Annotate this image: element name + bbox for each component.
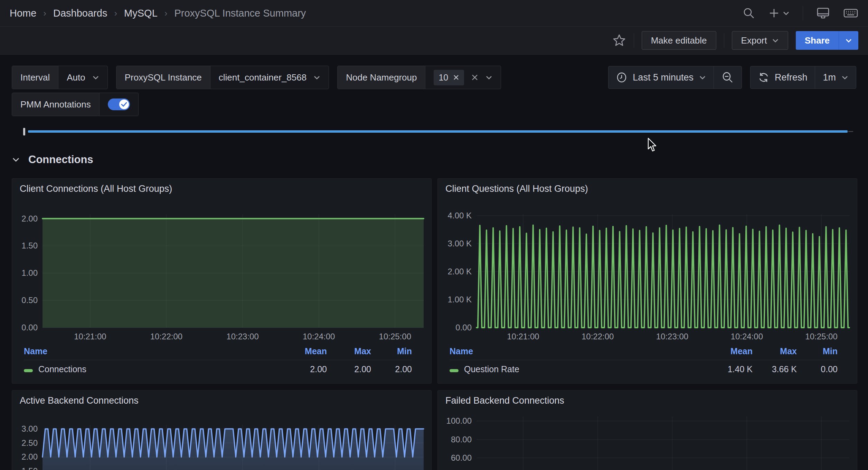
time-range-picker[interactable]: Last 5 minutes	[608, 66, 714, 88]
share-button[interactable]: Share	[796, 31, 839, 50]
legend-col-name[interactable]: Name	[24, 346, 275, 356]
variables-row: Interval Auto ProxySQL Instance client_c…	[12, 66, 856, 89]
proxysql-instance-select[interactable]: client_container_8568	[210, 66, 329, 89]
legend-col-mean[interactable]: Mean	[701, 346, 753, 356]
legend-col-min[interactable]: Min	[797, 346, 838, 356]
panel-grid: Client Connections (All Host Groups) 2.0…	[12, 178, 856, 470]
time-range-label: Last 5 minutes	[633, 72, 694, 83]
breadcrumb-mysql[interactable]: MySQL	[124, 8, 158, 19]
keyboard-shortcuts-button[interactable]	[843, 7, 858, 19]
legend-col-mean[interactable]: Mean	[275, 346, 327, 356]
zoom-out-time-button[interactable]	[714, 66, 742, 88]
proxysql-instance-variable: ProxySQL Instance client_container_8568	[116, 66, 329, 89]
legend-min-value: 2.00	[371, 364, 412, 374]
toolbar-divider	[724, 33, 724, 48]
refresh-button[interactable]: Refresh	[751, 66, 815, 88]
kiosk-mode-button[interactable]	[816, 7, 830, 20]
series-color-marker	[450, 369, 459, 372]
y-axis-tick-label: 80.00	[451, 435, 472, 444]
new-dashboard-button[interactable]	[768, 7, 790, 19]
x-axis-tick-label: 10:21:00	[507, 332, 539, 341]
chevron-down-icon	[772, 38, 779, 43]
make-editable-button[interactable]: Make editable	[642, 31, 716, 50]
section-title: Connections	[28, 153, 93, 166]
legend-max-value: 2.00	[327, 364, 371, 374]
series-color-marker	[24, 369, 33, 372]
interval-select[interactable]: Auto	[58, 66, 107, 89]
breadcrumb-separator: ›	[43, 8, 46, 19]
export-label: Export	[741, 35, 767, 46]
proxysql-instance-label: ProxySQL Instance	[116, 66, 210, 89]
y-axis-tick-label: 0.50	[21, 295, 38, 305]
legend-col-max[interactable]: Max	[753, 346, 797, 356]
y-axis-tick-label: 3.00 K	[448, 239, 472, 248]
zoom-out-icon	[721, 71, 734, 84]
legend-max-value: 3.66 K	[753, 364, 797, 374]
breadcrumb-separator: ›	[164, 8, 168, 19]
breadcrumb-current-page: ProxySQL Instance Summary	[174, 8, 306, 19]
legend-series[interactable]: Connections	[24, 364, 275, 374]
x-axis-tick-label: 10:22:00	[582, 332, 614, 341]
annotation-track	[0, 128, 868, 137]
panel-title[interactable]: Client Questions (All Host Groups)	[445, 184, 851, 194]
mouse-cursor	[648, 138, 658, 153]
search-button[interactable]	[743, 7, 755, 19]
node-namegroup-label: Node Namegroup	[338, 66, 425, 89]
row-connections[interactable]: Connections	[12, 151, 856, 168]
legend-col-name[interactable]: Name	[450, 346, 701, 356]
x-axis-tick-label: 10:23:00	[656, 332, 688, 341]
annotation-region-bar	[28, 130, 848, 133]
panel-client-questions: Client Questions (All Host Groups) 4.00 …	[437, 178, 857, 384]
time-controls: Last 5 minutes Refresh 1m	[608, 66, 856, 89]
monitor-icon	[816, 7, 830, 20]
panel-failed-backend-connections: Failed Backend Connections 100.0080.0060…	[437, 390, 857, 470]
refresh-interval-select[interactable]: 1m	[815, 66, 856, 88]
dashboard-toolbar: Make editable Export Share	[0, 27, 868, 55]
pmm-annotations-control: PMM Annotations	[12, 93, 139, 116]
close-icon[interactable]	[453, 74, 459, 81]
x-axis-tick-label: 10:25:00	[805, 332, 837, 341]
y-axis-tick-label: 60.00	[451, 453, 472, 462]
breadcrumb-dashboards[interactable]: Dashboards	[53, 8, 107, 19]
legend-row: Connections 2.00 2.00 2.00	[24, 360, 412, 378]
y-axis-tick-label: 100.00	[446, 416, 472, 425]
active-backend-connections-chart: 3.002.502.001.50	[18, 412, 426, 470]
x-axis-tick-label: 10:23:00	[226, 332, 258, 341]
y-axis-tick-label: 4.00 K	[448, 211, 472, 220]
node-namegroup-select[interactable]: 10	[425, 66, 501, 89]
refresh-icon	[758, 72, 769, 83]
failed-backend-connections-svg: 100.0080.0060.0040.00	[443, 412, 852, 470]
favorite-button[interactable]	[612, 34, 626, 47]
active-backend-connections-svg: 3.002.502.001.50	[18, 412, 426, 470]
node-namegroup-variable: Node Namegroup 10	[337, 66, 501, 89]
clock-icon	[616, 72, 627, 83]
share-split-button: Share	[796, 31, 858, 50]
breadcrumb-home[interactable]: Home	[10, 8, 36, 19]
chevron-down-icon	[92, 75, 99, 80]
panel-title[interactable]: Failed Backend Connections	[445, 395, 851, 406]
y-axis-tick-label: 1.00 K	[448, 295, 472, 304]
legend-header: Name Mean Max Min	[24, 345, 412, 360]
y-axis-tick-label: 0.00	[21, 323, 38, 332]
check-icon	[121, 102, 127, 107]
chevron-down-icon	[845, 38, 852, 43]
clear-all-icon[interactable]	[471, 74, 479, 81]
export-button[interactable]: Export	[732, 31, 788, 50]
nav-divider	[803, 6, 803, 20]
chevron-down-icon	[485, 75, 492, 80]
refresh-label: Refresh	[775, 72, 808, 83]
legend-col-min[interactable]: Min	[371, 346, 412, 356]
share-menu-button[interactable]	[839, 31, 858, 50]
legend-series[interactable]: Question Rate	[450, 364, 701, 374]
legend-col-max[interactable]: Max	[327, 346, 371, 356]
client-questions-svg: 4.00 K3.00 K2.00 K1.00 K0.0010:21:0010:2…	[443, 200, 852, 343]
client-connections-svg: 2.001.501.000.500.0010:21:0010:22:0010:2…	[18, 200, 426, 343]
y-axis-tick-label: 2.00 K	[448, 267, 472, 276]
panel-title[interactable]: Active Backend Connections	[20, 395, 426, 406]
breadcrumb-separator: ›	[114, 8, 117, 19]
panel-title[interactable]: Client Connections (All Host Groups)	[20, 184, 426, 194]
annotation-track-stub	[848, 131, 853, 132]
interval-variable: Interval Auto	[12, 66, 108, 89]
annotations-row: PMM Annotations	[12, 93, 856, 116]
pmm-annotations-toggle[interactable]	[108, 98, 130, 110]
